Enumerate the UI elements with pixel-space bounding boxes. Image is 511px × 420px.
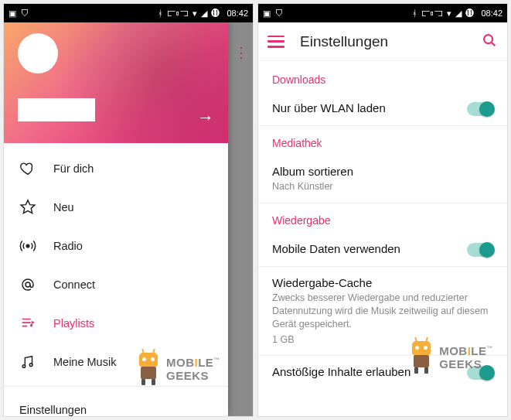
setting-subtitle-value: 1 GB [272, 333, 493, 347]
setting-title: Album sortieren [272, 165, 493, 178]
status-bar: ▣ ⛉ ᚼ ⫍▯⫎ ▾ ◢ ⓫ 08:42 [4, 4, 253, 22]
shield-icon: ⛉ [275, 9, 284, 18]
svg-point-1 [26, 282, 30, 287]
svg-point-5 [484, 35, 492, 43]
nav-item-playlists[interactable]: Playlists [4, 304, 228, 343]
nav-item-settings[interactable]: Einstellungen [4, 391, 228, 417]
svg-point-4 [29, 364, 32, 367]
nav-label: Neu [53, 201, 74, 213]
nav-label: Connect [53, 278, 95, 291]
nav-label: Meine Musik [53, 356, 116, 368]
hamburger-icon[interactable] [267, 36, 284, 48]
playlist-icon [19, 315, 36, 332]
section-header-wiedergabe: Wiedergabe [258, 203, 507, 233]
nav-label: Für dich [53, 162, 94, 175]
pause-circle-icon: ⓫ [211, 9, 220, 18]
nav-label: Playlists [53, 317, 94, 330]
music-icon [19, 353, 36, 370]
radio-icon [19, 237, 36, 254]
setting-subtitle: Nach Künstler [272, 180, 493, 193]
nav-item-connect[interactable]: Connect [4, 265, 228, 304]
setting-explicit-content[interactable]: Anstößige Inhalte erlauben [258, 356, 507, 389]
setting-subtitle: Zwecks besserer Wiedergabe und reduziert… [272, 292, 493, 331]
setting-title: Nur über WLAN laden [272, 101, 467, 114]
setting-title: Anstößige Inhalte erlauben [272, 365, 467, 378]
nav-list: Für dich Neu Radio [4, 143, 228, 381]
bluetooth-icon: ᚼ [158, 9, 163, 18]
overflow-menu-icon[interactable]: ⋮ [234, 50, 247, 55]
signal-icon: ◢ [201, 9, 207, 19]
toggle-switch[interactable] [467, 366, 493, 380]
bluetooth-icon: ᚼ [412, 9, 417, 18]
settings-list[interactable]: Downloads Nur über WLAN laden Mediathek … [258, 61, 507, 416]
navigation-drawer: → Für dich Neu [4, 22, 228, 416]
nav-item-radio[interactable]: Radio [4, 227, 228, 265]
screenshot-left: ▣ ⛉ ᚼ ⫍▯⫎ ▾ ◢ ⓫ 08:42 ⋮ → [3, 3, 254, 417]
section-header-mediathek: Mediathek [258, 126, 507, 155]
search-icon[interactable] [481, 32, 498, 52]
arrow-right-icon[interactable]: → [197, 108, 214, 128]
clock: 08:42 [227, 9, 248, 18]
setting-mobile-data[interactable]: Mobile Daten verwenden [258, 233, 507, 266]
heart-icon [19, 160, 36, 177]
clock: 08:42 [481, 9, 502, 18]
wifi-icon: ▾ [192, 9, 197, 19]
screenshot-right: ▣ ⛉ ᚼ ⫍▯⫎ ▾ ◢ ⓫ 08:42 Einstellungen Down… [257, 3, 508, 417]
image-icon: ▣ [9, 9, 16, 19]
divider [4, 386, 228, 387]
svg-point-0 [26, 244, 29, 248]
setting-playback-cache[interactable]: Wiedergabe-Cache Zwecks besserer Wiederg… [258, 267, 507, 356]
at-icon [19, 276, 36, 293]
status-bar: ▣ ⛉ ᚼ ⫍▯⫎ ▾ ◢ ⓫ 08:42 [258, 4, 507, 22]
setting-album-sort[interactable]: Album sortieren Nach Künstler [258, 155, 507, 203]
wifi-icon: ▾ [447, 9, 451, 19]
nav-label: Einstellungen [19, 404, 87, 416]
nav-label: Radio [53, 240, 83, 252]
pause-circle-icon: ⓫ [465, 9, 474, 18]
nav-item-my-music[interactable]: Meine Musik [4, 343, 228, 381]
page-title: Einstellungen [300, 33, 465, 50]
user-name-placeholder [18, 98, 95, 121]
nav-item-new[interactable]: Neu [4, 188, 228, 227]
toggle-switch[interactable] [467, 102, 493, 116]
section-header-downloads: Downloads [258, 63, 507, 92]
toggle-switch[interactable] [467, 243, 493, 257]
vibrate-icon: ⫍▯⫎ [421, 9, 443, 18]
setting-title: Mobile Daten verwenden [272, 242, 467, 255]
setting-title: Wiedergabe-Cache [272, 276, 493, 289]
image-icon: ▣ [263, 9, 271, 19]
shield-icon: ⛉ [21, 9, 29, 18]
setting-wlan-only[interactable]: Nur über WLAN laden [258, 92, 507, 125]
avatar[interactable] [18, 33, 58, 73]
nav-item-for-you[interactable]: Für dich [4, 149, 228, 188]
signal-icon: ◢ [455, 9, 462, 19]
svg-point-3 [22, 365, 26, 368]
drawer-header[interactable]: → [4, 22, 228, 143]
vibrate-icon: ⫍▯⫎ [167, 9, 189, 18]
star-icon [19, 199, 36, 216]
svg-point-2 [30, 324, 32, 326]
app-bar: Einstellungen [258, 22, 507, 61]
